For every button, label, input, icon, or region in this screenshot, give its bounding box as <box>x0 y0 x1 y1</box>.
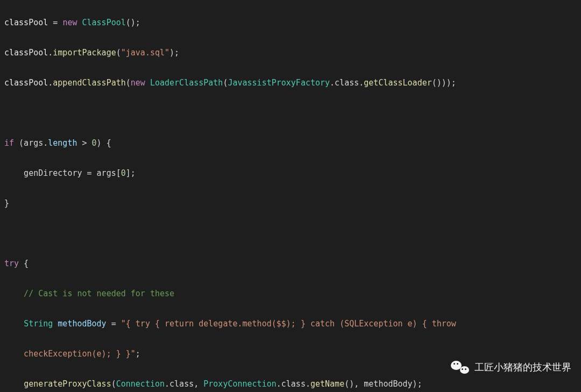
code-line: } <box>4 196 577 211</box>
code-line: classPool.importPackage("java.sql"); <box>4 45 577 60</box>
wechat-icon <box>451 360 469 375</box>
code-blank <box>4 105 577 120</box>
code-blank <box>4 226 577 241</box>
code-line: classPool = new ClassPool(); <box>4 15 577 30</box>
code-line: checkException(e); } }"; <box>4 346 577 361</box>
code-line: genDirectory = args[0]; <box>4 166 577 181</box>
code-line: classPool.appendClassPath(new LoaderClas… <box>4 75 577 90</box>
code-line: generateProxyClass(Connection.class, Pro… <box>4 376 577 391</box>
code-line: try { <box>4 256 577 271</box>
code-line: if (args.length > 0) { <box>4 136 577 151</box>
code-line: String methodBody = "{ try { return dele… <box>4 316 577 331</box>
watermark-text: 工匠小猪猪的技术世界 <box>474 360 571 375</box>
code-editor: classPool = new ClassPool(); classPool.i… <box>4 0 577 392</box>
watermark: 工匠小猪猪的技术世界 <box>451 360 571 375</box>
code-line: // Cast is not needed for these <box>4 286 577 301</box>
